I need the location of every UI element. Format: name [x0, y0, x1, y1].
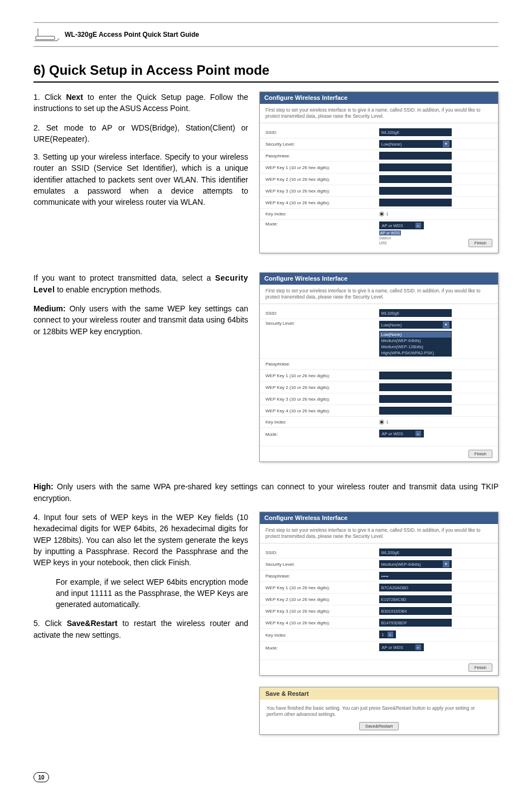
ss3-ssid-input[interactable]: WL320gE	[379, 548, 452, 556]
ss3-finish-button[interactable]: Finish	[468, 663, 492, 672]
step-1: 1. Click Next to enter the Quick Setup p…	[33, 92, 248, 114]
ss2-wep4-input[interactable]	[379, 407, 452, 415]
ss2-keyidx-label: Key Index:	[265, 420, 379, 425]
ss3-wep4-label: WEP Key 4 (10 or 26 hex digits):	[265, 620, 379, 625]
ss1-keyidx-radio[interactable]	[379, 211, 384, 216]
ss3-sec-value: Medium(WEP-64bits)	[381, 562, 421, 567]
ss1-mode-select[interactable]: AP or WDS ▾	[379, 222, 424, 229]
ss1-mode-options: AP or WDS Station URE	[379, 230, 468, 246]
ss2-ssid-label: SSID:	[265, 311, 379, 316]
ss1-wep3-label: WEP Key 3 (10 or 26 hex digits):	[265, 189, 379, 194]
ss1-keyidx-val: 1	[386, 211, 389, 216]
ss2-sec-opt4[interactable]: High(WPA-PSK/WPA2-PSK)	[380, 350, 451, 356]
ss3-sec-label: Security Level:	[265, 562, 379, 567]
ss2-sec-label: Security Level:	[265, 321, 379, 326]
ss2-sec-select[interactable]: Low(None) ▾	[379, 321, 452, 329]
ss3-title: Configure Wireless Interface	[260, 512, 498, 524]
medium-para: Medium: Only users with the same WEP key…	[33, 303, 248, 337]
ss2-title: Configure Wireless Interface	[260, 273, 498, 285]
ss3-mode-value: AP or WDS	[382, 645, 403, 650]
ss1-finish-button[interactable]: Finish	[468, 239, 492, 247]
screenshot-configure-3: Configure Wireless Interface First step …	[259, 512, 499, 676]
ss2-wep3-input[interactable]	[379, 395, 452, 403]
medium-text: Only users with the same WEP key setting…	[33, 304, 248, 336]
ss2-finish-button[interactable]: Finish	[468, 450, 492, 458]
save-restart-keyword: Save&Restart	[67, 619, 118, 628]
screenshot-configure-1: Configure Wireless Interface First step …	[259, 92, 499, 253]
ss1-title: Configure Wireless Interface	[260, 92, 498, 104]
chevron-down-icon: ▾	[443, 561, 449, 567]
ss1-wep3-input[interactable]	[379, 187, 452, 195]
ss2-wep2-input[interactable]	[379, 383, 452, 391]
chevron-down-icon: ▾	[415, 431, 421, 436]
ss1-wep4-input[interactable]	[379, 199, 452, 206]
ss3-mode-select[interactable]: AP or WDS ▾	[379, 643, 424, 651]
ss4-desc: You have finished the basic setting. You…	[260, 700, 498, 723]
protect-para: If you want to protect transmitted data,…	[33, 272, 248, 295]
ss2-wep2-label: WEP Key 2 (10 or 26 hex digits):	[265, 385, 379, 390]
ss1-mode-value: AP or WDS	[382, 223, 403, 228]
ss1-wep1-input[interactable]	[379, 163, 452, 171]
ss1-pass-label: Passphrase:	[265, 153, 379, 158]
svg-rect-1	[36, 36, 55, 40]
ss2-sec-dropdown[interactable]: Low(None) Medium(WEP-64bits) Medium(WEP-…	[379, 331, 452, 357]
step-4-note: For example, if we select WEP 64bits enc…	[33, 576, 248, 610]
ss3-keyidx-select[interactable]: 1 ▾	[379, 630, 396, 638]
ss3-sec-select[interactable]: Medium(WEP-64bits) ▾	[379, 560, 452, 568]
high-text: Only users with the same WPA pre-shared …	[33, 482, 499, 502]
next-keyword: Next	[66, 93, 83, 102]
ss2-desc: First step to set your wireless interfac…	[260, 285, 498, 304]
ss1-wep2-label: WEP Key 2 (10 or 26 hex digits):	[265, 177, 379, 182]
ss2-wep3-label: WEP Key 3 (10 or 26 hex digits):	[265, 397, 379, 402]
ss3-pass-input[interactable]: •••••	[379, 572, 452, 580]
ss2-wep1-label: WEP Key 1 (10 or 26 hex digits):	[265, 373, 379, 378]
ss3-wep3-label: WEP Key 3 (10 or 26 hex digits):	[265, 609, 379, 614]
router-icon	[33, 26, 60, 43]
ss3-ssid-label: SSID:	[265, 550, 379, 555]
step-5: 5. Click Save&Restart to restart the wir…	[33, 618, 248, 641]
medium-label: Medium:	[33, 304, 66, 313]
ss1-mode-opt3: URE	[379, 241, 388, 245]
high-para: High: Only users with the same WPA pre-s…	[33, 481, 499, 504]
ss3-desc: First step to set your wireless interfac…	[260, 524, 498, 543]
ss1-sec-label: Security Level:	[265, 142, 379, 147]
chevron-down-icon: ▾	[443, 321, 449, 328]
screenshot-save-restart: Save & Restart You have finished the bas…	[259, 687, 499, 735]
ss1-wep1-label: WEP Key 1 (10 or 26 hex digits):	[265, 165, 379, 170]
ss1-sec-select[interactable]: Low(None) ▾	[379, 140, 452, 148]
ss3-pass-label: Passphrase:	[265, 574, 379, 579]
ss2-wep4-label: WEP Key 4 (10 or 26 hex digits):	[265, 408, 379, 413]
ss2-sec-opt3[interactable]: Medium(WEP-128bits)	[380, 344, 451, 350]
ss2-sec-opt2[interactable]: Medium(WEP-64bits)	[380, 338, 451, 344]
ss2-pass-label: Passphrase:	[265, 362, 379, 367]
ss2-keyidx-radio[interactable]	[379, 420, 384, 425]
ss1-wep2-input[interactable]	[379, 175, 452, 183]
ss3-wep3-input[interactable]: B30191DDB4	[379, 607, 452, 615]
ss3-keyidx-label: Key Index:	[265, 633, 379, 638]
ss3-wep2-input[interactable]: E107284C9D	[379, 595, 452, 603]
ss3-wep2-label: WEP Key 2 (10 or 26 hex digits):	[265, 597, 379, 602]
page-number: 10	[33, 772, 49, 782]
ss2-ssid-input[interactable]: WL320gE	[379, 309, 452, 317]
ss3-mode-label: Mode:	[265, 646, 379, 651]
step-4: 4. Input four sets of WEP keys in the WE…	[33, 512, 248, 568]
ss2-sec-opt1[interactable]: Low(None)	[380, 331, 451, 338]
section-title: 6) Quick Setup in Access Point mode	[33, 62, 499, 83]
header-title: WL-320gE Access Point Quick Start Guide	[65, 31, 199, 38]
ss1-mode-opt1: AP or WDS	[379, 230, 402, 235]
ss3-wep4-input[interactable]: B14793DBDF	[379, 619, 452, 627]
ss1-mode-opt2: Station	[379, 236, 391, 240]
ss1-wep4-label: WEP Key 4 (10 or 26 hex digits):	[265, 200, 379, 205]
ss1-pass-input[interactable]	[379, 152, 452, 160]
chevron-down-icon: ▾	[415, 223, 421, 228]
ss3-keyidx-val: 1	[382, 632, 384, 637]
ss1-ssid-input[interactable]: WL320gE	[379, 128, 452, 136]
screenshot-configure-2: Configure Wireless Interface First step …	[259, 272, 499, 462]
ss4-save-restart-button[interactable]: Save&Restart	[359, 722, 399, 730]
ss2-wep1-input[interactable]	[379, 372, 452, 379]
ss3-wep1-input[interactable]: B7CA20ADBD	[379, 584, 452, 591]
ss1-sec-value: Low(None)	[381, 142, 402, 147]
ss2-mode-select[interactable]: AP or WDS ▾	[379, 430, 424, 437]
ss2-mode-value: AP or WDS	[382, 431, 403, 436]
ss1-keyidx-label: Key Index:	[265, 211, 379, 216]
